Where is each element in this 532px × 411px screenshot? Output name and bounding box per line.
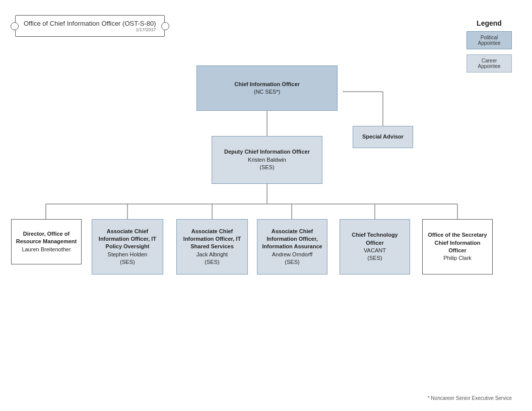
special-advisor-title: Special Advisor bbox=[362, 133, 404, 141]
director-orm-title: Director, Office of Resource Management bbox=[15, 230, 78, 246]
acio-policy-box: Associate Chief Information Officer, IT … bbox=[92, 219, 163, 275]
header-box: Office of Chief Information Officer (OST… bbox=[15, 15, 165, 37]
org-chart: Chief Information Officer (NC SES*) Spec… bbox=[0, 65, 532, 411]
director-orm-name: Lauren Breitenother bbox=[22, 246, 71, 253]
acio-assurance-name: Andrew Orndorff bbox=[272, 251, 313, 258]
legend-title: Legend bbox=[467, 19, 512, 27]
acio-policy-subtitle: (SES) bbox=[120, 258, 135, 266]
cio-box: Chief Information Officer (NC SES*) bbox=[196, 65, 338, 111]
acio-assurance-subtitle: (SES) bbox=[285, 258, 299, 266]
acio-policy-name: Stephen Holden bbox=[108, 251, 148, 258]
legend-political: PoliticalAppointee bbox=[467, 31, 512, 49]
acio-shared-subtitle: (SES) bbox=[205, 258, 219, 266]
deputy-cio-box: Deputy Chief Information Officer Kristen… bbox=[212, 136, 322, 184]
header-circle-right bbox=[161, 22, 169, 30]
acio-shared-title: Associate Chief Information Officer, IT … bbox=[180, 228, 244, 251]
acio-shared-name: Jack Albright bbox=[196, 251, 228, 258]
deputy-cio-subtitle: (SES) bbox=[259, 164, 274, 171]
acio-shared-box: Associate Chief Information Officer, IT … bbox=[176, 219, 248, 275]
acio-assurance-box: Associate Chief Information Officer, Inf… bbox=[257, 219, 327, 275]
ots-cio-title: Office of the Secretary Chief Informatio… bbox=[426, 231, 489, 254]
cio-subtitle: (NC SES*) bbox=[254, 88, 281, 96]
special-advisor-box: Special Advisor bbox=[353, 126, 413, 148]
ots-cio-name: Philip Clark bbox=[443, 254, 472, 262]
ots-cio-box: Office of the Secretary Chief Informatio… bbox=[422, 219, 493, 275]
header-title: Office of Chief Information Officer (OST… bbox=[24, 20, 156, 27]
cto-title: Chief Technology Officer bbox=[343, 231, 407, 247]
cio-title: Chief Information Officer bbox=[234, 81, 300, 88]
cto-box: Chief Technology Officer VACANT (SES) bbox=[340, 219, 410, 275]
header-circle-left bbox=[11, 22, 19, 30]
acio-policy-title: Associate Chief Information Officer, IT … bbox=[95, 228, 160, 251]
director-orm-box: Director, Office of Resource Management … bbox=[11, 219, 82, 264]
footnote: * Noncareer Senior Executive Service bbox=[428, 395, 512, 401]
acio-assurance-title: Associate Chief Information Officer, Inf… bbox=[260, 228, 324, 251]
header-date: 1/17/2017 bbox=[24, 27, 156, 32]
cto-subtitle: (SES) bbox=[367, 254, 382, 262]
cto-name: VACANT bbox=[364, 247, 386, 254]
deputy-cio-name: Kristen Baldwin bbox=[248, 156, 286, 164]
deputy-cio-title: Deputy Chief Information Officer bbox=[224, 148, 310, 156]
